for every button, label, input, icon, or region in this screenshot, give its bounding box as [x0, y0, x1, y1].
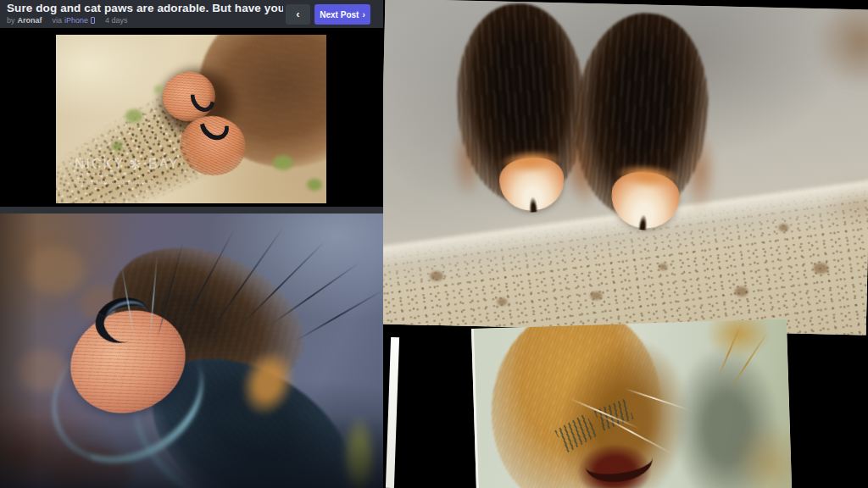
post-byline: byAronafviaiPhone4 days	[7, 16, 128, 25]
photo-frame-top-left: NICKY ❋ BAY PHOTOGRAPHY http://sgmacro.b…	[0, 28, 386, 207]
watermark-name: NICKY ❋ BAY	[75, 157, 180, 172]
moss-spot	[112, 141, 123, 151]
vignette	[0, 214, 383, 488]
watermark-subtitle: PHOTOGRAPHY	[75, 173, 180, 178]
post-age: 4 days	[105, 16, 128, 25]
moss-spot	[125, 109, 142, 123]
moss-spot	[154, 86, 163, 93]
via-label: via	[53, 16, 63, 25]
divider	[0, 207, 386, 214]
post-title: Sure dog and cat paws are adorable. But …	[7, 2, 283, 14]
chevron-right-icon: ›	[362, 10, 364, 19]
by-label: by	[7, 16, 15, 25]
photo-edge-sliver	[386, 337, 399, 488]
photo-golden-leg-claw[interactable]	[471, 319, 792, 488]
post-header: Sure dog and cat paws are adorable. But …	[0, 0, 386, 28]
iphone-icon	[91, 17, 95, 24]
chevron-left-icon: ‹	[296, 8, 299, 20]
next-post-label: Next Post	[320, 10, 359, 19]
watermark-url: http://sgmacro.blogspot.com	[75, 179, 180, 185]
moss-spot	[307, 179, 322, 191]
next-post-button[interactable]: Next Post›	[314, 4, 370, 25]
debris-speck	[497, 298, 507, 306]
photo-spider-paw-macro[interactable]	[0, 214, 383, 488]
imgur-post-page: Sure dog and cat paws are adorable. But …	[0, 0, 868, 488]
prev-post-button[interactable]: ‹	[286, 4, 310, 25]
left-column: Sure dog and cat paws are adorable. But …	[0, 0, 386, 488]
debris-speck	[659, 263, 667, 270]
debris-speck	[778, 224, 788, 231]
right-column	[383, 0, 868, 488]
photo-two-fuzzy-feet-on-web[interactable]	[383, 0, 868, 335]
debris-speck	[590, 291, 602, 300]
author-link[interactable]: Aronaf	[18, 16, 42, 25]
photo-tarantula-foot-on-bark[interactable]: NICKY ❋ BAY PHOTOGRAPHY http://sgmacro.b…	[56, 35, 326, 203]
photographer-watermark: NICKY ❋ BAY PHOTOGRAPHY http://sgmacro.b…	[75, 157, 180, 185]
moss-spot	[273, 155, 293, 170]
platform-link[interactable]: iPhone	[64, 16, 95, 25]
debris-speck	[813, 263, 828, 274]
